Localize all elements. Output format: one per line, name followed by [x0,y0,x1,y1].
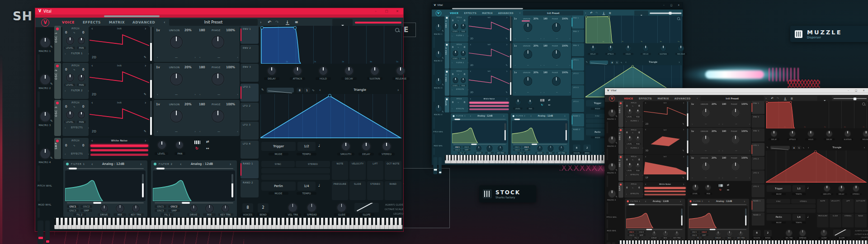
env-decay-handle[interactable] [293,26,297,29]
download-icon[interactable]: ↓ [784,97,786,100]
osc2-phase-knob[interactable] [731,135,740,144]
envelope-display[interactable]: 1s 2s 3s 4s 5s [260,26,402,64]
macro4-edit-icon[interactable]: ✎ [50,156,53,160]
lfo-smooth-knob[interactable] [824,185,830,192]
tab-rand1[interactable]: RAND 1 [241,160,259,178]
lfo-smooth-knob[interactable] [341,142,350,151]
lfo-draw-icon[interactable]: ✎ [767,146,769,149]
filter1-input-osc1[interactable]: OSC1 [67,205,79,208]
rand-row[interactable] [767,204,816,208]
osc3-level-meter[interactable] [510,70,511,95]
mod-source-octnote[interactable]: OCT NOTE [385,161,401,180]
filter2-enable-dot[interactable] [513,115,514,117]
env-release-knob[interactable] [863,131,868,137]
mod-source-note[interactable]: NOTE [332,161,348,180]
env-attack-handle[interactable] [260,26,264,29]
osc2-wave-edit-icon[interactable]: ✎ [506,64,508,67]
osc1-phase-knob[interactable] [552,23,561,32]
redo-icon[interactable]: ↷ [275,20,279,24]
transpose-snap-icon[interactable]: ∿ [632,132,634,134]
filter1-enable-dot[interactable] [453,115,454,117]
maximize-button[interactable]: □ [670,4,673,7]
macro4-edit-icon[interactable]: ✎ [442,110,444,113]
osc3-wavetable-name[interactable]: Init [644,156,686,158]
osc3-level-meter[interactable] [687,155,689,180]
transpose-snap-icon[interactable]: ∿ [73,105,75,108]
mod-wheel[interactable] [45,221,50,244]
maximize-button[interactable]: □ [384,9,389,14]
osc3-tune[interactable]: 0 [82,105,84,108]
osc1-level-knob[interactable] [453,23,458,29]
tab-matrix[interactable]: MATRIX [109,20,125,24]
filter2-input-osc1[interactable]: OSC1 [513,146,521,148]
osc3-waveform-display[interactable]: ‹ Init › SP ✎ [644,155,686,181]
voices-value[interactable]: 8 [753,230,760,237]
osc2-waveform-display[interactable]: ‹ Init › 2D ✎ [469,42,509,69]
macro3-knob[interactable] [608,163,616,171]
transpose-snap-icon[interactable]: ∿ [73,68,75,71]
osc3-wavetable-name[interactable]: Init [469,70,509,72]
osc2-tab[interactable]: OSC 2 [54,63,61,99]
osc2-wave-edit-icon[interactable]: ✎ [683,150,684,152]
mod-source-slide[interactable]: SLIDE [349,181,366,200]
macro3-edit-icon[interactable]: ✎ [442,84,444,86]
osc2-level-knob[interactable] [453,50,458,56]
env-attack-knob[interactable] [293,66,302,75]
next-preset-arrow[interactable]: › [260,20,262,24]
osc1-tab[interactable]: OSC 1 [445,15,449,42]
smp-waveform-display[interactable]: ‹ White Noise › [90,138,149,159]
osc1-phase-value[interactable]: 180 [722,103,726,106]
filter1-input-osc3[interactable]: OSC3 [67,209,79,212]
osc2-enable-dot[interactable] [620,129,622,131]
osc2-tune[interactable]: 0 [638,131,640,134]
redo-icon[interactable]: ↷ [777,97,779,100]
bend-value[interactable]: 2 [764,230,772,237]
legato-toggle[interactable]: LEGATO [849,236,868,238]
lfo-stereo-knob[interactable] [853,185,859,192]
zoom-icon[interactable] [395,28,399,32]
osc2-pan-knob[interactable] [78,74,85,81]
mod-source-stereo[interactable]: STEREO [842,214,854,227]
macro3-knob[interactable] [40,111,51,122]
voices-value[interactable]: 8 [242,203,253,212]
filter1-input-osc1[interactable]: OSC1 [627,231,636,233]
osc1-level-meter[interactable] [510,16,511,41]
filter2-response-display[interactable] [689,206,748,228]
filter2-mix-knob[interactable] [726,230,733,237]
glide-knob[interactable] [821,230,827,236]
macro2-edit-icon[interactable]: ✎ [50,82,53,86]
osc2-wave-edit-icon[interactable]: ✎ [144,93,146,96]
mod-wheel[interactable] [612,242,615,244]
lfo-peak-handle[interactable] [328,94,331,97]
osc2-transpose[interactable]: 0 [626,131,627,134]
lfo-stereo-knob[interactable] [382,142,391,151]
mod-source-rand[interactable]: RAND [855,214,867,227]
osc3-tune[interactable]: 0 [464,73,465,76]
osc1-pan-knob[interactable] [461,24,466,29]
tab-matrix[interactable]: MATRIX [658,97,669,100]
osc3-tab[interactable]: OSC 3 [618,155,623,181]
osc1-unison-spinner[interactable]: ‹—› [514,37,542,39]
osc2-waveform-display[interactable]: ‹ Init › 2D ✎ [90,63,149,99]
osc2-view-mode[interactable]: 2D [470,64,473,67]
lfo-grid-y[interactable]: 1 [615,61,619,64]
transpose-snap-icon[interactable]: ∿ [632,105,634,107]
filter2-keytrack-knob[interactable] [738,231,744,236]
tab-effects[interactable]: EFFECTS [83,20,101,24]
filter2-mix-knob[interactable] [205,204,214,213]
filter1-morph-thumb[interactable] [69,168,77,169]
filter2-input-osc2[interactable]: OSC2 [523,146,531,148]
filter2-mix-knob[interactable] [547,145,553,152]
filter2-type[interactable]: Analog : 12dB [538,115,553,117]
stock-card[interactable]: STOCK Sharks factory [479,185,536,202]
preset-name-box[interactable]: Init Preset [169,19,258,26]
smp-tab[interactable]: SMP [54,138,61,159]
lfo-peak-handle[interactable] [632,65,634,67]
smp-pan-knob[interactable] [527,99,533,105]
smp-tab[interactable]: SMP [445,97,449,113]
macro1-knob[interactable] [435,24,442,32]
env-sustain-knob[interactable] [844,131,851,137]
rand-row[interactable] [767,209,816,213]
osc1-wave-edit-icon[interactable]: ✎ [506,37,508,40]
filter1-response-display[interactable] [452,121,507,143]
